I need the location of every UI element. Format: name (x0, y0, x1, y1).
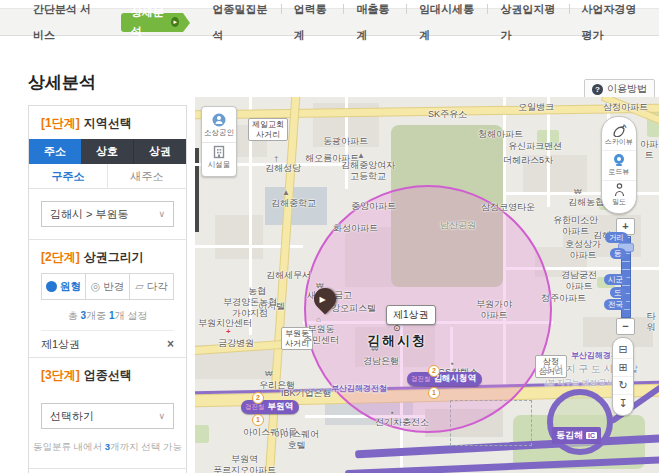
map-label: 부원동 주민센터 (303, 324, 339, 346)
save-icon[interactable]: ↧ (613, 394, 633, 412)
nav-item-1[interactable]: 상세분석▸ (121, 13, 184, 32)
map-label: 청해아파트 (478, 129, 523, 140)
skyview-button[interactable]: 스카이뷰 (602, 122, 636, 150)
step2-title: 상권그리기 (84, 250, 144, 264)
category-note: 동일분류 내에서 3개까지 선택 가능 (29, 441, 186, 454)
step1-tag: [1단계] (41, 116, 80, 130)
step3-title: 업종선택 (84, 368, 132, 382)
step1-tab-1[interactable]: 상호 (81, 139, 134, 164)
draw-tool-label: 반경 (103, 280, 124, 294)
nav-item-0[interactable]: 간단분석 서비스 (20, 0, 113, 48)
step3-tag: [3단계] (41, 368, 80, 382)
zoom-level-4[interactable]: 전국 (604, 299, 627, 310)
draw-tool-polygon[interactable]: ▱다각 (129, 274, 173, 299)
zoom-level-3[interactable]: 도 (610, 287, 626, 298)
count-suffix: 개 설정 (114, 310, 147, 321)
station-line-label: 경전철 (411, 375, 431, 384)
map-label: 오일뱅크 (518, 102, 554, 113)
station-badge-0: 경전철부원역 (241, 400, 299, 414)
step1-subtab-1[interactable]: 새주소 (107, 164, 186, 188)
panel-footer: 초기화 분석하기 (29, 468, 186, 473)
exit-number-badge: 1 (252, 414, 264, 426)
map-shape (265, 97, 300, 473)
reset-view-icon[interactable]: ↻ (613, 376, 633, 394)
map-label: 부원가야 아파트 (476, 299, 512, 321)
zoom-level-1[interactable]: 동 (610, 248, 626, 259)
chevron-down-icon: ∨ (158, 411, 165, 421)
step1-subtabs: 구주소새주소 (29, 164, 186, 189)
category-select[interactable]: 선택하기 ∨ (41, 403, 174, 429)
map-canvas[interactable]: 제1상권 ▶ 소상공인 시설물 (195, 97, 659, 473)
map-label: 화성아파트 (333, 223, 378, 234)
draw-tool-label: 다각 (147, 280, 168, 294)
small-business-layer-button[interactable]: 소상공인 (202, 111, 236, 142)
draw-tool-radius[interactable]: ◎반경 (85, 274, 129, 299)
area-item-label: 제1상권 (41, 337, 80, 352)
remove-area-icon[interactable]: × (167, 338, 174, 350)
area-list-item: 제1상권 × (41, 330, 174, 357)
map-label: 삼정아파트 (603, 102, 648, 113)
roadview-icon (612, 153, 626, 167)
nav-item-7[interactable]: 사업자경영평가 (569, 0, 659, 48)
roadview-label: 로드뷰 (602, 167, 636, 177)
circle-filled-icon (46, 281, 57, 292)
step1-tabs: 주소상호상권 (29, 139, 186, 164)
map-label: 아파트 (639, 139, 659, 161)
cadastral-icon[interactable]: ⊞ (613, 358, 633, 376)
ic-name-label: 동김해 (556, 429, 583, 442)
draw-tool-circle-filled[interactable]: 원형 (42, 274, 85, 299)
zoom-level-2[interactable]: 시군 (604, 274, 627, 285)
nav-item-4[interactable]: 매출통계 (343, 0, 406, 48)
density-button[interactable]: 밀도 (602, 180, 636, 210)
active-arrow-icon: ▸ (171, 17, 179, 27)
nav-item-2[interactable]: 업종밀집분석 (199, 0, 280, 48)
map-shape (547, 97, 550, 207)
density-label: 밀도 (602, 197, 636, 207)
step3-section: [3단계]업종선택 선택하기 ∨ 동일분류 내에서 3개까지 선택 가능 (29, 357, 186, 454)
category-select-value: 선택하기 (50, 409, 94, 424)
map-shape (195, 425, 209, 443)
region-select[interactable]: 김해시 > 부원동 ∨ (41, 201, 174, 227)
count-mid: 개중 (86, 310, 109, 321)
step3-header: [3단계]업종선택 (29, 358, 186, 391)
exit-number-badge: 1 (428, 387, 440, 399)
step1-subtab-0[interactable]: 구주소 (29, 164, 107, 188)
nav-item-5[interactable]: 임대시세통계 (406, 0, 487, 48)
step2-tag: [2단계] (41, 250, 80, 264)
draw-tool-label: 원형 (60, 280, 81, 294)
map-label: 전기차충전소 (375, 417, 429, 428)
step1-tab-0[interactable]: 주소 (29, 139, 81, 164)
area-overlay-label[interactable]: 제1상권 (386, 305, 436, 325)
small-business-layer-label: 소상공인 (202, 128, 236, 138)
roadview-button[interactable]: 로드뷰 (602, 150, 636, 180)
map-label: 경남은행 (363, 356, 399, 367)
nav-item-6[interactable]: 상권입지평가 (487, 0, 568, 48)
layer-panel: 소상공인 시설물 (201, 106, 237, 177)
nav-item-3[interactable]: 업력통계 (281, 0, 344, 48)
map-label: 부경양돈농협 가야지점 (223, 297, 277, 319)
map-label: 우리은행 (259, 380, 295, 391)
note-prefix: 동일분류 내에서 (33, 441, 105, 452)
ic-type-label: IC (586, 432, 597, 439)
map-label: 강오피스텔 (331, 303, 376, 314)
draw-tool-group: 원형◎반경▱다각 (41, 273, 174, 300)
person-icon (613, 183, 626, 197)
step1-tab-2[interactable]: 상권 (134, 139, 186, 164)
facility-layer-label: 시설물 (202, 160, 236, 170)
count-prefix: 총 (68, 310, 81, 321)
measure-icon[interactable]: ⊟ (613, 341, 633, 358)
facility-layer-button[interactable]: 시설물 (202, 142, 236, 174)
map-shape (195, 148, 199, 232)
map-label: 김해중학교 (271, 198, 316, 209)
map-label: 김해성당 (265, 163, 301, 174)
map-label: 타워 (643, 311, 659, 333)
map-poi-icon: ₩ (574, 187, 582, 196)
map-label: 동광아파트 (323, 136, 368, 147)
station-line-label: 경전철 (245, 403, 265, 412)
map-shape (195, 105, 659, 119)
map-label: 김해세무서 (266, 270, 311, 281)
map-label: 정주아파트 (541, 293, 586, 304)
zoom-level-0[interactable]: 거리 (605, 232, 628, 243)
zoom-out-button[interactable]: − (616, 318, 635, 335)
help-button[interactable]: ? 이용방법 (584, 79, 655, 99)
